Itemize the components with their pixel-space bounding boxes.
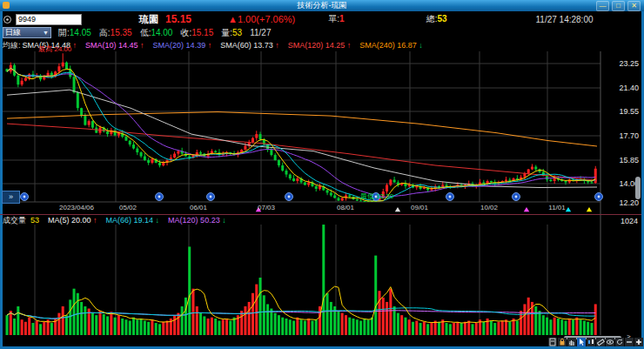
- volume-axis-max: 1024: [621, 217, 638, 225]
- chart-canvas[interactable]: [0, 0, 644, 349]
- price-axis-label: 19.55: [619, 107, 639, 116]
- volume-value: 53: [232, 28, 242, 37]
- zoom-out-icon[interactable]: [625, 338, 634, 346]
- price-axis-label: 21.40: [619, 84, 639, 92]
- price-axis-label: 15.85: [619, 156, 639, 164]
- stock-name: 琉園: [139, 13, 158, 26]
- vertical-scrollbar-thumb[interactable]: [635, 177, 641, 199]
- sma-legend-prefix: 均線:: [3, 40, 21, 51]
- signal-triangle-marker: [566, 207, 571, 211]
- window-titlebar[interactable]: 技術分析-琉園 — □ ✕: [0, 0, 644, 11]
- app-icon: [3, 2, 10, 9]
- maximize-button[interactable]: □: [612, 1, 625, 11]
- volume-label: 量:: [221, 28, 232, 37]
- sma-legend-item-4: SMA(120) 14.25 ↑: [288, 41, 352, 50]
- price-change: ▲1.00(+7.06%): [228, 14, 295, 24]
- sma-legend: 均線: SMA(5) 14.48 ↑SMA(10) 14.45 ↑SMA(20)…: [3, 39, 641, 51]
- volume-legend: 成交量 53 MA(5) 20.00 ↑MA(66) 19.14 ↓MA(120…: [3, 215, 612, 225]
- volume-ma-legend-item-0: MA(5) 20.00 ↑: [48, 216, 97, 225]
- stock-code-input[interactable]: [16, 14, 82, 25]
- high-label: 高:: [99, 28, 111, 37]
- signal-triangle-marker: [395, 207, 400, 211]
- signal-triangle-marker: [587, 207, 592, 211]
- chart-grid: [0, 51, 600, 335]
- close-label: 收:: [180, 28, 191, 37]
- minimize-button[interactable]: —: [596, 1, 609, 11]
- lock-icon[interactable]: [558, 338, 567, 346]
- page-icon[interactable]: [548, 338, 557, 346]
- sma-legend-item-2: SMA(20) 14.39 ↑: [153, 41, 212, 50]
- eye-icon[interactable]: [606, 338, 614, 346]
- zoom-in-icon[interactable]: [634, 338, 643, 346]
- ohlc-row: 日線 ▼ 開:14.05 高:15.35 低:14.00 收:15.15 量:5…: [3, 26, 641, 39]
- volume-bars-layer: [6, 225, 597, 335]
- low-label: 低:: [140, 28, 151, 37]
- window-title: 技術分析-琉園: [0, 0, 644, 11]
- price-axis-label: 17.70: [619, 131, 639, 140]
- price-axis-label: 23.25: [619, 59, 639, 68]
- date-axis-label: 2023/04/06: [59, 204, 94, 211]
- signal-triangle-marker: [524, 207, 529, 211]
- hand-icon[interactable]: [567, 338, 576, 346]
- cursor-icon[interactable]: [577, 338, 586, 346]
- target-icon[interactable]: [3, 15, 12, 24]
- close-button[interactable]: ✕: [627, 1, 641, 11]
- date-axis-label: 09/01: [411, 204, 428, 211]
- volume-ma-legend-item-1: MA(66) 19.14 ↓: [106, 216, 160, 225]
- bar-date: 11/27: [250, 28, 271, 37]
- date-axis-label: 10/02: [480, 204, 498, 211]
- low-value: 14.00: [151, 28, 172, 37]
- highest-price-annotation: 最高 24.00: [38, 44, 71, 54]
- volume-pane-value: 53: [30, 216, 39, 225]
- last-price: 15.15: [165, 13, 191, 25]
- date-axis-label: 05/02: [119, 204, 137, 211]
- unit-label: 單:: [328, 14, 339, 23]
- open-value: 14.05: [70, 28, 91, 37]
- quote-header: 琉園 15.15 ▲1.00(+7.06%) 單:1 總:53 11/27 14…: [3, 12, 641, 26]
- total-label: 總:: [426, 14, 438, 23]
- expand-panel-button[interactable]: »: [2, 191, 20, 204]
- sma-legend-item-3: SMA(60) 13.73 ↑: [220, 41, 279, 50]
- high-value: 15.35: [111, 28, 132, 37]
- open-label: 開:: [58, 28, 70, 37]
- period-value: 日線: [5, 27, 21, 38]
- price-axis-label: 12.20: [619, 198, 639, 207]
- total-value: 53: [437, 14, 446, 23]
- date-axis-label: 08/01: [337, 204, 354, 211]
- unit-value: 1: [339, 14, 345, 23]
- chart-icon[interactable]: [587, 338, 595, 346]
- date-axis-label: 11/01: [548, 204, 565, 211]
- window-border-left: [0, 11, 3, 349]
- quote-datetime: 11/27 14:28:00: [536, 15, 594, 24]
- close-value: 15.15: [191, 28, 213, 37]
- sma-legend-item-5: SMA(240) 16.87 ↓: [359, 41, 423, 50]
- period-select[interactable]: 日線 ▼: [3, 27, 51, 38]
- date-axis-label: 07/03: [258, 204, 275, 211]
- refresh-icon[interactable]: [615, 338, 624, 346]
- ruler-icon[interactable]: [596, 338, 605, 346]
- volume-pane-title: 成交量: [3, 215, 26, 226]
- date-axis-label: 06/01: [190, 204, 207, 211]
- chevron-down-icon: ▼: [43, 30, 49, 36]
- chart-toolbar: [548, 338, 643, 347]
- volume-ma-legend-item-2: MA(120) 50.23 ↓: [168, 216, 226, 225]
- sma60-line: [7, 90, 597, 187]
- lowest-price-annotation: 最低 12.30: [360, 191, 393, 201]
- candlesticks-layer: [6, 53, 597, 202]
- sma-legend-item-1: SMA(10) 14.45 ↑: [85, 41, 144, 50]
